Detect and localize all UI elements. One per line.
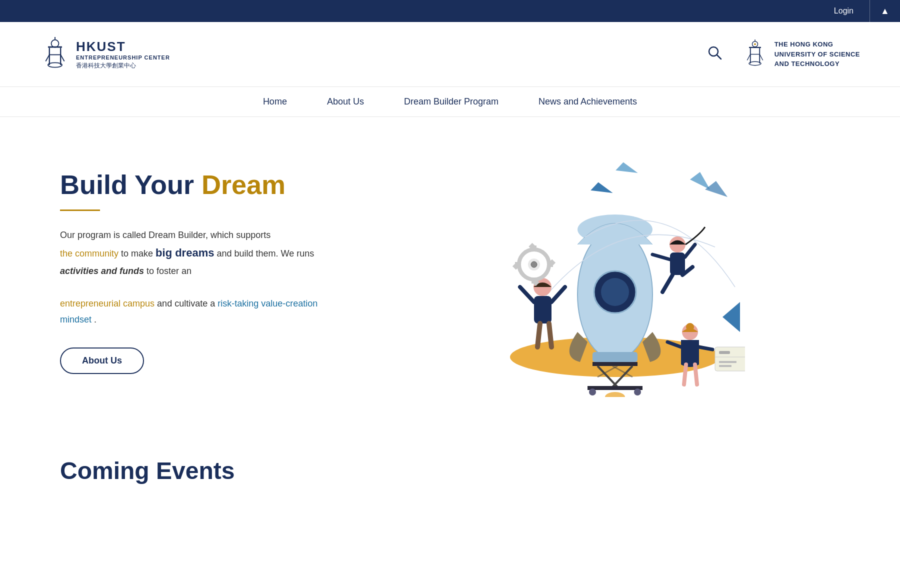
svg-line-60 bbox=[662, 275, 672, 292]
svg-rect-14 bbox=[749, 46, 761, 48]
hero-svg-illustration bbox=[445, 147, 745, 397]
logo-area: HKUST ENTREPRENEURSHIP CENTER 香港科技大學創業中心 bbox=[40, 37, 170, 72]
svg-line-46 bbox=[549, 324, 552, 347]
chevron-up-icon[interactable]: ▲ bbox=[870, 0, 900, 22]
svg-line-45 bbox=[538, 324, 540, 347]
svg-rect-27 bbox=[592, 362, 638, 366]
logo-chinese-text: 香港科技大學創業中心 bbox=[76, 62, 170, 70]
logo-text: HKUST ENTREPRENEURSHIP CENTER 香港科技大學創業中心 bbox=[76, 39, 170, 70]
logo-hkust-text: HKUST bbox=[76, 39, 170, 54]
nav-home[interactable]: Home bbox=[263, 94, 287, 109]
university-icon bbox=[742, 40, 768, 70]
svg-line-43 bbox=[520, 287, 534, 302]
university-name-text: THE HONG KONG UNIVERSITY OF SCIENCE AND … bbox=[774, 40, 860, 69]
header: HKUST ENTREPRENEURSHIP CENTER 香港科技大學創業中心 bbox=[0, 22, 900, 87]
search-icon[interactable] bbox=[706, 44, 722, 64]
svg-rect-26 bbox=[592, 352, 638, 362]
svg-rect-73 bbox=[719, 361, 736, 363]
hero-title: Build Your Dream bbox=[60, 170, 330, 200]
about-us-button[interactable]: About Us bbox=[60, 348, 144, 374]
svg-line-10 bbox=[717, 55, 721, 59]
svg-line-20 bbox=[760, 54, 762, 60]
top-bar: Login ▲ bbox=[0, 0, 900, 22]
hero-divider bbox=[60, 210, 100, 211]
svg-line-44 bbox=[552, 287, 565, 302]
svg-point-25 bbox=[601, 278, 629, 306]
svg-line-68 bbox=[695, 364, 697, 384]
svg-marker-40 bbox=[722, 302, 740, 332]
coming-events-section: Coming Events bbox=[0, 427, 900, 504]
hero-section: Build Your Dream Our program is called D… bbox=[0, 117, 900, 427]
hero-description: Our program is called Dream Builder, whi… bbox=[60, 227, 330, 328]
svg-marker-39 bbox=[705, 181, 728, 197]
nav-news[interactable]: News and Achievements bbox=[538, 94, 637, 109]
svg-rect-2 bbox=[48, 46, 62, 48]
coming-events-title: Coming Events bbox=[60, 457, 840, 484]
svg-point-6 bbox=[48, 62, 62, 67]
svg-line-19 bbox=[747, 54, 750, 60]
nav-dream-builder[interactable]: Dream Builder Program bbox=[404, 94, 498, 109]
svg-marker-38 bbox=[690, 172, 710, 190]
svg-line-67 bbox=[684, 364, 686, 384]
svg-line-66 bbox=[699, 347, 712, 350]
svg-line-62 bbox=[652, 254, 670, 260]
svg-point-69 bbox=[686, 323, 694, 331]
svg-marker-36 bbox=[614, 159, 638, 180]
svg-rect-74 bbox=[719, 365, 732, 367]
header-right: THE HONG KONG UNIVERSITY OF SCIENCE AND … bbox=[706, 40, 860, 70]
login-button[interactable]: Login bbox=[818, 0, 870, 22]
svg-point-12 bbox=[754, 43, 756, 45]
hero-illustration bbox=[350, 147, 840, 397]
svg-point-0 bbox=[52, 40, 59, 47]
svg-point-35 bbox=[605, 392, 625, 397]
svg-rect-59 bbox=[670, 252, 685, 275]
hkust-logo-icon bbox=[40, 37, 70, 72]
svg-point-49 bbox=[531, 262, 537, 268]
hero-content: Build Your Dream Our program is called D… bbox=[60, 170, 350, 374]
logo-sub-text: ENTREPRENEURSHIP CENTER bbox=[76, 54, 170, 60]
svg-rect-72 bbox=[719, 351, 730, 354]
svg-rect-70 bbox=[715, 347, 745, 371]
svg-point-34 bbox=[634, 388, 641, 396]
svg-line-63 bbox=[685, 244, 695, 257]
svg-rect-42 bbox=[534, 296, 552, 324]
svg-marker-37 bbox=[589, 179, 613, 200]
svg-point-33 bbox=[589, 388, 596, 396]
university-logo: THE HONG KONG UNIVERSITY OF SCIENCE AND … bbox=[742, 40, 860, 70]
nav-about[interactable]: About Us bbox=[327, 94, 364, 109]
main-nav: Home About Us Dream Builder Program News… bbox=[0, 87, 900, 117]
svg-rect-32 bbox=[588, 386, 642, 390]
